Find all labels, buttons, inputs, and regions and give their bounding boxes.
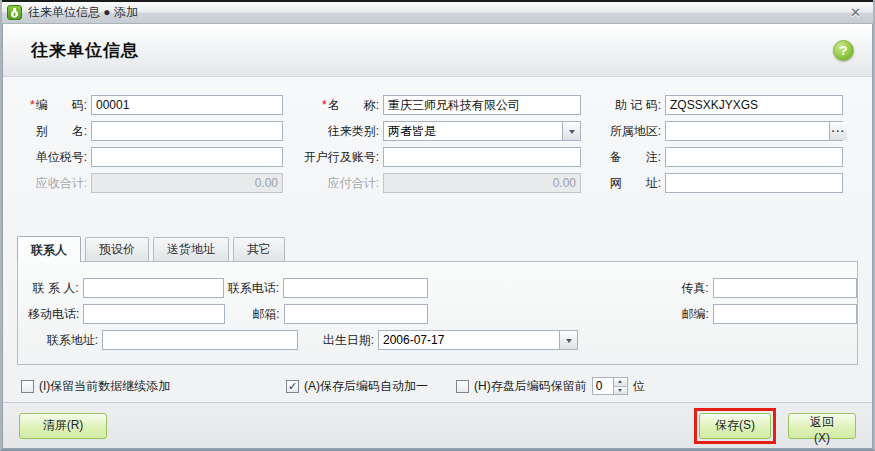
tab-other[interactable]: 其它	[233, 237, 285, 261]
category-label: 往来类别:	[283, 123, 383, 140]
form-row: 别 名: 往来类别: 所属地区: ···	[9, 121, 872, 141]
contact-row: 联 系 人: 联系电话: 传真:	[28, 278, 857, 298]
zip-input[interactable]	[713, 304, 857, 324]
fax-label: 传真:	[670, 280, 713, 297]
main-form: *编 码: *名 称: 助 记 码: 别 名: 往来类别: 所属地区:	[3, 77, 872, 229]
contact-person-input[interactable]	[83, 278, 225, 298]
window-title: 往来单位信息 ● 添加	[28, 4, 138, 21]
website-label: 网 址:	[581, 175, 665, 192]
tax-label: 单位税号:	[9, 149, 91, 166]
alias-label: 别 名:	[9, 123, 91, 140]
help-icon[interactable]: ?	[833, 40, 854, 61]
tab-delivery-address[interactable]: 送货地址	[153, 237, 229, 261]
code-input[interactable]	[91, 95, 283, 115]
name-input[interactable]	[383, 95, 581, 115]
alias-input[interactable]	[91, 121, 283, 141]
contact-row: 移动电话: 邮箱: 邮编:	[28, 304, 857, 324]
keep-prefix-label: (H)存盘后编码保留前	[474, 378, 587, 395]
digits-suffix-label: 位	[633, 378, 645, 395]
region-picker[interactable]: ···	[665, 121, 843, 141]
keep-data-label: (I)保留当前数据继续添加	[39, 378, 170, 395]
tax-input[interactable]	[91, 147, 283, 167]
mnemonic-input[interactable]	[665, 95, 843, 115]
fax-input[interactable]	[713, 278, 857, 298]
clear-button[interactable]: 清屏(R)	[19, 413, 107, 439]
payable-label: 应付合计:	[283, 175, 383, 192]
spin-up-icon[interactable]	[614, 378, 627, 386]
birth-date-select[interactable]	[378, 330, 578, 350]
money-bag-icon	[7, 5, 22, 20]
dialog-body: 往来单位信息 ? *编 码: *名 称: 助 记 码: 别 名: 往来类别:	[2, 24, 873, 449]
birth-date-label: 出生日期:	[298, 332, 378, 349]
tab-bar: 联系人 预设价 送货地址 其它	[17, 237, 872, 261]
phone-input[interactable]	[283, 278, 427, 298]
application-window: 往来单位信息 ● 添加 ✕ 往来单位信息 ? *编 码: *名 称: 助 记 码…	[0, 0, 875, 451]
email-label: 邮箱:	[225, 306, 284, 323]
email-input[interactable]	[284, 304, 428, 324]
page-title: 往来单位信息	[31, 39, 139, 62]
tab-preset-price[interactable]: 预设价	[85, 237, 149, 261]
region-label: 所属地区:	[581, 123, 665, 140]
keep-data-checkbox[interactable]: (I)保留当前数据继续添加	[21, 378, 286, 395]
checkbox-checked-icon[interactable]: ✓	[286, 380, 299, 393]
checkbox-icon[interactable]	[456, 380, 469, 393]
zip-label: 邮编:	[670, 306, 713, 323]
title-bar: 往来单位信息 ● 添加 ✕	[2, 0, 873, 24]
required-asterisk: *	[322, 98, 327, 112]
back-button[interactable]: 返回(X)	[788, 413, 856, 439]
payable-input	[383, 173, 581, 193]
form-row: 单位税号: 开户行及账号: 备 注:	[9, 147, 872, 167]
remark-label: 备 注:	[581, 149, 665, 166]
phone-label: 联系电话:	[224, 280, 283, 297]
birth-date-value[interactable]	[379, 331, 559, 349]
category-value[interactable]	[384, 122, 562, 140]
dialog-header: 往来单位信息 ?	[3, 24, 872, 77]
bank-label: 开户行及账号:	[283, 149, 383, 166]
save-button[interactable]: 保存(S)	[699, 413, 771, 439]
checkbox-icon[interactable]	[21, 380, 34, 393]
remark-input[interactable]	[665, 147, 843, 167]
website-input[interactable]	[665, 173, 843, 193]
contact-person-label: 联 系 人:	[28, 280, 83, 297]
chevron-down-icon[interactable]	[562, 122, 580, 140]
required-asterisk: *	[30, 98, 35, 112]
form-row: *编 码: *名 称: 助 记 码:	[9, 95, 872, 115]
digits-stepper[interactable]	[592, 377, 628, 395]
ellipsis-icon[interactable]: ···	[829, 122, 847, 140]
mnemonic-label: 助 记 码:	[581, 97, 665, 114]
footer-bar: 清屏(R) 保存(S) 返回(X)	[3, 402, 872, 448]
mobile-input[interactable]	[83, 304, 224, 324]
code-label: *编 码:	[9, 97, 91, 114]
annotation-highlight: 保存(S)	[694, 408, 776, 444]
address-input[interactable]	[102, 330, 298, 350]
options-row: (I)保留当前数据继续添加 ✓ (A)保存后编码自动加一 (H)存盘后编码保留前…	[21, 377, 872, 395]
digits-input[interactable]	[592, 377, 614, 395]
region-value[interactable]	[666, 122, 829, 140]
receivable-input	[91, 173, 283, 193]
close-icon[interactable]: ✕	[846, 6, 865, 19]
contact-panel: 联 系 人: 联系电话: 传真: 移动电话: 邮箱: 邮编: 联系地址: 出生日…	[17, 261, 858, 365]
name-label: *名 称:	[283, 97, 383, 114]
bank-input[interactable]	[383, 147, 581, 167]
chevron-down-icon[interactable]	[559, 331, 577, 349]
contact-row: 联系地址: 出生日期:	[28, 330, 857, 350]
mobile-label: 移动电话:	[28, 306, 83, 323]
auto-increment-checkbox[interactable]: ✓ (A)保存后编码自动加一	[286, 378, 456, 395]
category-select[interactable]	[383, 121, 581, 141]
receivable-label: 应收合计:	[9, 175, 91, 192]
tab-contact[interactable]: 联系人	[17, 236, 81, 262]
auto-increment-label: (A)保存后编码自动加一	[304, 378, 428, 395]
spin-down-icon[interactable]	[614, 386, 627, 395]
form-row: 应收合计: 应付合计: 网 址:	[9, 173, 872, 193]
address-label: 联系地址:	[28, 332, 102, 349]
keep-prefix-checkbox[interactable]: (H)存盘后编码保留前	[456, 378, 587, 395]
